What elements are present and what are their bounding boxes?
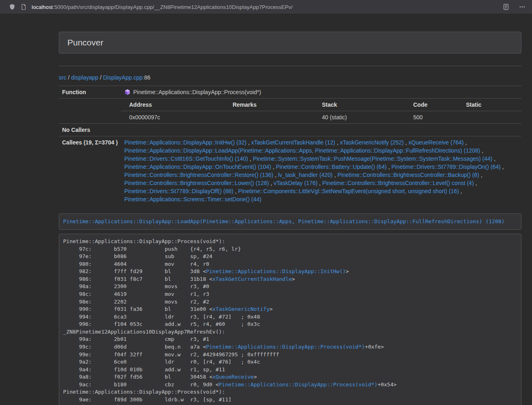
callee-separator: ,: [335, 139, 340, 146]
code-symbol-link[interactable]: Pinetime::Applications::DisplayApp::Init…: [206, 268, 346, 274]
function-name: Pinetime::Applications::DisplayApp::Proc…: [133, 89, 261, 95]
callees-row: Callees (19, Σ=3704 ) Pinetime::Applicat…: [59, 136, 521, 206]
callee-separator: ,: [492, 155, 495, 162]
breadcrumb-separator: /: [98, 74, 103, 81]
column-header-address: Address: [121, 99, 224, 111]
column-header-remarks: Remarks: [224, 99, 314, 111]
value-address: 0x0000097c: [121, 111, 224, 124]
page-title-panel: Puncover: [59, 32, 521, 54]
value-remarks: [224, 111, 314, 124]
spacer-cell: [59, 99, 121, 124]
breadcrumb-link[interactable]: displayapp: [71, 74, 98, 81]
callee-link[interactable]: Pinetime::Controllers::BrightnessControl…: [322, 180, 474, 186]
callee-link[interactable]: Pinetime::Drivers::Cst816S::GetTouchInfo…: [124, 155, 248, 162]
callee-link[interactable]: Pinetime::Controllers::BrightnessControl…: [124, 180, 269, 186]
metrics-table: AddressRemarksStackCodeStatic0x0000097c4…: [121, 99, 521, 123]
page-content: Puncover src / displayapp / DisplayApp.c…: [59, 32, 521, 405]
breadcrumb: src / displayapp / DisplayApp.cpp:86: [59, 73, 521, 82]
callee-link[interactable]: Pinetime::Applications::DisplayApp::Load…: [124, 147, 480, 154]
callee-separator: ,: [474, 180, 477, 186]
url-bar[interactable]: localhost:5000/path/src/displayapp/Displ…: [32, 4, 498, 10]
callee-separator: ,: [248, 155, 253, 162]
highlighted-symbol-box: Pinetime::Applications::DisplayApp::Load…: [59, 213, 521, 230]
page-icon[interactable]: [20, 4, 27, 10]
no-callers-row: No Callers: [59, 124, 521, 136]
callee-separator: ,: [464, 139, 467, 146]
function-row: Function Pinetime::Applications::Display…: [59, 86, 521, 99]
symbol-table: Function Pinetime::Applications::Display…: [59, 86, 521, 205]
breadcrumb-separator: /: [67, 74, 71, 81]
breadcrumb-link[interactable]: DisplayApp.cpp:: [103, 74, 144, 81]
divider: [59, 66, 521, 66]
no-callers-label: No Callers: [59, 124, 121, 136]
breadcrumb-link[interactable]: src: [59, 74, 67, 81]
code-symbol-link[interactable]: Pinetime::Applications::DisplayApp::Proc…: [219, 381, 377, 388]
callee-separator: ,: [269, 180, 274, 186]
callee-separator: ,: [480, 147, 483, 154]
url-path: :5000/path/src/displayapp/DisplayApp.cpp…: [53, 4, 293, 10]
callee-separator: ,: [387, 164, 392, 170]
method-icon: [124, 89, 131, 95]
callee-link[interactable]: vTaskDelay (176): [274, 180, 317, 186]
no-callers-value: [121, 124, 521, 136]
highlighted-symbol-link[interactable]: Pinetime::Applications::DisplayApp::Load…: [63, 218, 505, 224]
callee-link[interactable]: Pinetime::Drivers::St7789::DisplayOff() …: [124, 188, 233, 194]
callee-separator: ,: [459, 188, 462, 194]
callee-link[interactable]: Pinetime::Applications::Screens::Timer::…: [124, 196, 261, 202]
callee-separator: ,: [479, 172, 482, 178]
callees-label: Callees (19, Σ=3704 ): [59, 136, 121, 206]
metrics-row: AddressRemarksStackCodeStatic0x0000097c4…: [59, 99, 521, 124]
value-code: 500: [405, 111, 458, 124]
callee-link[interactable]: Pinetime::Applications::DisplayApp::OnTo…: [124, 164, 271, 170]
callee-separator: ,: [246, 139, 251, 146]
value-stack: 40 (static): [314, 111, 405, 124]
callee-separator: ,: [333, 172, 338, 178]
code-symbol-link[interactable]: xTaskGenericNotify: [212, 306, 269, 312]
callee-link[interactable]: Pinetime::Controllers::BrightnessControl…: [124, 172, 273, 178]
callee-link[interactable]: Pinetime::Applications::DisplayApp::Init…: [124, 139, 246, 146]
reader-view-icon[interactable]: [503, 4, 509, 10]
url-host: localhost: [32, 4, 53, 10]
callee-link[interactable]: Pinetime::System::SystemTask::PushMessag…: [253, 155, 493, 162]
callee-separator: ,: [233, 188, 238, 194]
overflow-menu-icon[interactable]: [519, 4, 526, 10]
disassembly-block: Pinetime::Applications::DisplayApp::Proc…: [59, 234, 521, 405]
callee-separator: ,: [317, 180, 322, 186]
code-symbol-link[interactable]: xTaskGetCurrentTaskHandle: [212, 276, 292, 282]
callee-link[interactable]: xTaskGenericNotify (252): [340, 139, 404, 146]
callee-separator: ,: [501, 164, 504, 170]
breadcrumb-line-number: 86: [144, 74, 151, 81]
callee-link[interactable]: Pinetime::Drivers::St7789::DisplayOn() (…: [392, 164, 501, 170]
callee-link[interactable]: lv_task_handler (420): [278, 172, 333, 178]
column-header-code: Code: [405, 99, 458, 111]
callee-link[interactable]: Pinetime::Controllers::Battery::Update()…: [276, 164, 387, 170]
column-header-static: Static: [458, 99, 521, 111]
code-symbol-link[interactable]: xQueueReceive: [212, 374, 254, 380]
callee-link[interactable]: xQueueReceive (764): [409, 139, 464, 146]
shield-icon[interactable]: [9, 4, 15, 10]
callee-separator: ,: [273, 172, 278, 178]
callee-link[interactable]: Pinetime::Components::LittleVgl::SetNewT…: [238, 188, 459, 194]
browser-chrome: localhost:5000/path/src/displayapp/Displ…: [0, 0, 532, 14]
callee-link[interactable]: xTaskGetCurrentTaskHandle (12): [251, 139, 335, 146]
function-row-label: Function: [59, 86, 121, 99]
code-symbol-link[interactable]: Pinetime::Applications::DisplayApp::Proc…: [206, 344, 365, 350]
callees-list: Pinetime::Applications::DisplayApp::Init…: [121, 136, 521, 206]
callee-separator: ,: [404, 139, 409, 146]
callee-link[interactable]: Pinetime::Controllers::BrightnessControl…: [337, 172, 479, 178]
toolbar-right: [503, 4, 527, 10]
column-header-stack: Stack: [314, 99, 405, 111]
callee-separator: ,: [271, 164, 276, 170]
value-static: [458, 111, 521, 124]
page-title: Puncover: [67, 37, 513, 48]
